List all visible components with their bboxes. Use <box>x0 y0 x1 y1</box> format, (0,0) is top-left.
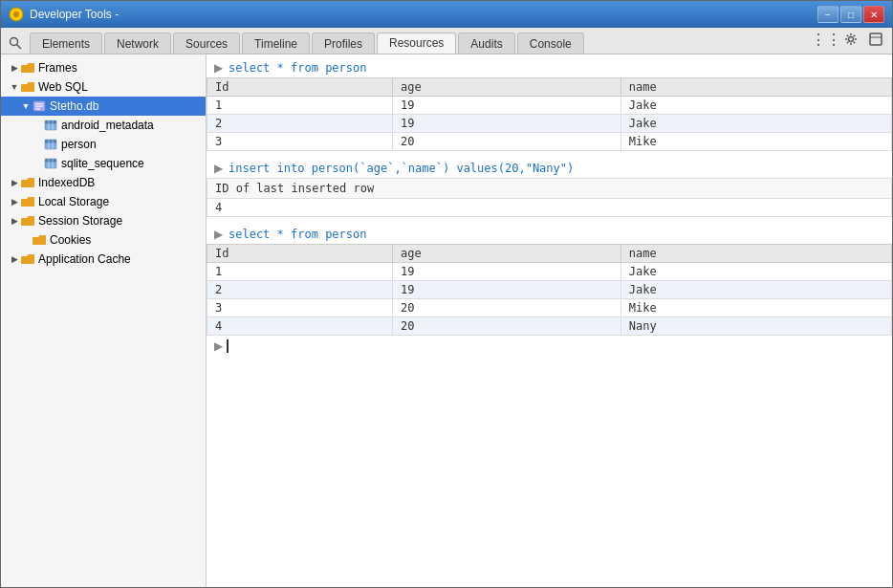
svg-rect-5 <box>870 33 882 45</box>
text-cursor <box>227 339 229 353</box>
sql-info-label-2: ID of last inserted row <box>207 178 892 199</box>
svg-point-4 <box>849 37 854 42</box>
col-header-age-3: age <box>393 245 621 263</box>
svg-point-1 <box>13 11 19 17</box>
websql-label: Web SQL <box>38 80 88 94</box>
sql-text-2: insert into person(`age`,`name`) values(… <box>229 162 574 175</box>
tab-timeline[interactable]: Timeline <box>242 33 310 54</box>
sidebar-item-android-metadata[interactable]: android_metadata <box>1 116 206 135</box>
sessionstorage-icon <box>20 213 35 229</box>
frames-label: Frames <box>38 61 77 75</box>
sidebar-item-session-storage[interactable]: ▶ Session Storage <box>1 211 206 230</box>
cell: Nany <box>621 317 891 336</box>
cell: Jake <box>621 263 891 281</box>
cell: 1 <box>207 263 393 281</box>
svg-rect-8 <box>35 103 43 105</box>
maximize-button[interactable]: □ <box>840 6 861 23</box>
table-row: 1 19 Jake <box>207 263 892 281</box>
appcache-icon <box>20 251 35 267</box>
panel-button[interactable] <box>865 29 886 50</box>
cookies-icon <box>32 232 47 248</box>
cell: 20 <box>393 299 621 317</box>
sidebar-item-frames[interactable]: ▶ Frames <box>1 58 206 77</box>
tab-elements[interactable]: Elements <box>30 33 102 54</box>
sessionstorage-label: Session Storage <box>38 214 122 228</box>
indexeddb-label: IndexedDB <box>38 176 95 189</box>
sql-text-3: select * from person <box>229 228 367 241</box>
sql-table-3: Id age name 1 19 Jake 2 19 <box>207 244 892 336</box>
tab-sources[interactable]: Sources <box>173 33 240 54</box>
table-header-row-3: Id age name <box>207 245 892 263</box>
cell: 19 <box>393 263 621 281</box>
sql-block-2: ▶ insert into person(`age`,`name`) value… <box>207 159 892 217</box>
cell: Jake <box>621 97 891 115</box>
table-row: 2 19 Jake <box>207 281 892 299</box>
stethodb-icon <box>32 98 47 114</box>
cell: Jake <box>621 115 891 133</box>
sidebar-item-application-cache[interactable]: ▶ Application Cache <box>1 250 206 269</box>
localstorage-label: Local Storage <box>38 195 109 208</box>
svg-rect-16 <box>45 140 56 143</box>
cell: 2 <box>207 281 393 299</box>
table-row: 1 19 Jake <box>207 97 892 115</box>
titlebar: Developer Tools - − □ ✕ <box>1 1 892 28</box>
sqliteseq-label: sqlite_sequence <box>61 157 144 170</box>
svg-rect-20 <box>45 159 56 163</box>
minimize-button[interactable]: − <box>817 6 839 23</box>
indexeddb-icon <box>20 175 35 190</box>
appcache-label: Application Cache <box>38 252 131 266</box>
appcache-arrow: ▶ <box>9 254 20 264</box>
sidebar-item-cookies[interactable]: Cookies <box>1 230 206 250</box>
sidebar-item-sqlite-sequence[interactable]: sqlite_sequence <box>1 154 206 173</box>
sql-block-1: ▶ select * from person Id age name 1 <box>207 58 892 151</box>
cell: 2 <box>207 115 393 133</box>
app-icon <box>9 7 24 22</box>
cell: 3 <box>207 299 393 317</box>
tab-bar: Elements Network Sources Timeline Profil… <box>1 28 892 54</box>
sidebar-item-local-storage[interactable]: ▶ Local Storage <box>1 192 206 211</box>
sidebar-item-stetho-db[interactable]: ▼ Stetho.db <box>1 97 206 116</box>
cell: 4 <box>207 317 393 336</box>
sql-query-row-1: ▶ select * from person <box>207 58 892 77</box>
sqliteseq-table-icon <box>43 156 58 171</box>
localstorage-arrow: ▶ <box>9 197 20 207</box>
sql-expand-2[interactable]: ▶ <box>214 162 223 175</box>
window-controls: − □ ✕ <box>817 6 884 23</box>
sql-expand-1[interactable]: ▶ <box>214 61 223 75</box>
sidebar-item-indexeddb[interactable]: ▶ IndexedDB <box>1 173 206 192</box>
tab-console[interactable]: Console <box>517 33 584 54</box>
sql-panel: ▶ select * from person Id age name 1 <box>207 54 892 587</box>
websql-folder-icon <box>20 79 35 95</box>
dock-button[interactable]: ⋮⋮ <box>816 29 837 50</box>
sql-expand-3[interactable]: ▶ <box>214 228 223 241</box>
svg-rect-10 <box>35 108 40 110</box>
table-row: 4 20 Nany <box>207 317 892 336</box>
sidebar-item-web-sql[interactable]: ▼ Web SQL <box>1 77 206 97</box>
col-header-id-1: Id <box>207 78 393 97</box>
close-button[interactable]: ✕ <box>863 6 884 23</box>
tab-resources[interactable]: Resources <box>377 33 456 54</box>
settings-button[interactable] <box>840 29 861 50</box>
table-header-row-1: Id age name <box>207 78 892 97</box>
tab-profiles[interactable]: Profiles <box>312 33 375 54</box>
person-label: person <box>61 138 97 151</box>
frames-arrow: ▶ <box>9 63 20 73</box>
search-button[interactable] <box>5 33 26 54</box>
col-header-name-1: name <box>621 78 891 97</box>
sql-info-value-2: 4 <box>207 199 892 217</box>
cell: 19 <box>393 115 621 133</box>
svg-rect-12 <box>45 120 56 124</box>
table-row: 2 19 Jake <box>207 115 892 133</box>
cell: 20 <box>393 133 621 151</box>
tab-audits[interactable]: Audits <box>458 33 514 54</box>
sql-table-1: Id age name 1 19 Jake 2 19 <box>207 77 892 151</box>
main-area: ▶ Frames ▼ Web SQL ▼ <box>1 54 892 587</box>
androidmeta-label: android_metadata <box>61 119 154 132</box>
cell: Mike <box>621 299 891 317</box>
sessionstorage-arrow: ▶ <box>9 216 20 226</box>
cell: Jake <box>621 281 891 299</box>
tab-network[interactable]: Network <box>104 33 171 54</box>
cursor-row[interactable]: ▶ <box>207 336 892 357</box>
sidebar-item-person[interactable]: person <box>1 135 206 154</box>
sql-text-1: select * from person <box>229 61 367 75</box>
